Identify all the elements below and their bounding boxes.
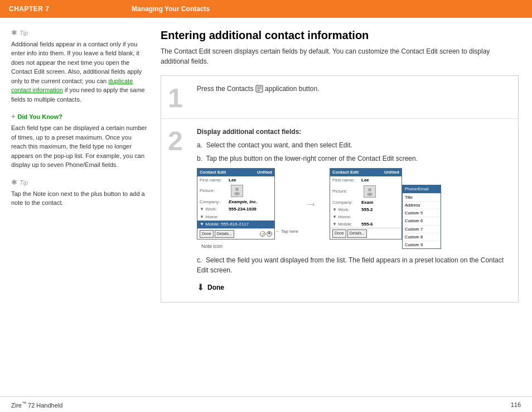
didyouknow-heading: Did You Know? (18, 113, 62, 122)
step-2-label: Display additional contact fields: (197, 127, 511, 137)
plus-btn[interactable]: + (267, 231, 272, 237)
screen-2-status: Unfiled (384, 169, 399, 176)
screen-2: Contact Edit Unfiled First name: Lee Pic… (330, 168, 402, 239)
popup-item-address[interactable]: Address (403, 202, 441, 209)
screen-2-company: Company: Exam (330, 199, 402, 206)
details-btn-1[interactable]: Details... (215, 230, 234, 238)
footer-page: 116 (511, 401, 521, 408)
person-icon (233, 186, 241, 195)
header-title: Managing Your Contacts (132, 5, 210, 13)
asterisk-icon-2: ✱ (11, 179, 17, 186)
popup-item-custom6[interactable]: Custom 6 (403, 217, 441, 225)
firstname-label: First name: (200, 177, 229, 183)
tip-heading-2: Tip (20, 179, 28, 188)
didyouknow-label-row: + Did You Know? (11, 113, 147, 122)
section-title: Entering additional contact information (161, 29, 519, 42)
popup-item-phoneemail[interactable]: Phone/Email (403, 185, 441, 193)
screen-1-titlebar: Contact Edit Unfiled (197, 169, 274, 176)
step-1: 1 Press the Contacts application button. (161, 76, 518, 119)
screen-2-mobile: ▼ Mobile: 555-6 (330, 221, 402, 228)
note-icon-area: Note icon (201, 241, 511, 251)
page-header: CHAPTER 7 Managing Your Contacts (0, 0, 532, 18)
s2-work-value: 555-2 (361, 207, 373, 213)
arrow: → (303, 195, 320, 213)
tip-heading-1: Tip (20, 29, 28, 38)
step-2c: c. Select the field you want displayed f… (197, 255, 511, 275)
popup-item-custom5[interactable]: Custom 5 (403, 209, 441, 217)
duplicate-link[interactable]: duplicate contact information (11, 78, 133, 94)
main-content: Entering additional contact information … (156, 29, 532, 396)
done-btn-2[interactable]: Done (332, 229, 346, 238)
s2-company-value: Exam (361, 199, 373, 205)
step-number-1: 1 (161, 76, 195, 118)
step-2-content: Display additional contact fields: a. Se… (195, 119, 518, 302)
company-value: Example, Inc. (229, 199, 257, 205)
details-btn-2[interactable]: Details... (347, 229, 367, 238)
done-btn-1[interactable]: Done (200, 230, 214, 238)
screen-2-footer: Done Details... (330, 228, 402, 239)
screen-2-firstname: First name: Lee (330, 176, 402, 184)
page-footer: Zire™ 72 Handheld 116 (0, 396, 532, 412)
s2-firstname-value: Lee (361, 177, 369, 183)
sidebar-didyouknow: + Did You Know? Each field type can be d… (11, 113, 147, 169)
screen-1-icons: 📝 + (260, 231, 272, 237)
screen-1-footer: Done Details... 📝 + (197, 228, 274, 239)
step-2b: b. Tap the plus button on the lower-righ… (197, 154, 511, 164)
note-icon-annotation: Note icon (201, 243, 223, 249)
screen-1-work: ▼ Work: 555-234-1939 (197, 205, 274, 213)
s2-work-label: ▼ Work: (332, 207, 361, 213)
right-arrow-icon: → (305, 195, 317, 213)
content-area: ✱ Tip Additional fields appear in a cont… (0, 18, 532, 396)
svg-point-7 (367, 193, 373, 196)
step-number-2: 2 (161, 119, 195, 302)
work-value: 555-234-1939 (229, 206, 257, 212)
screen-2-titlebar: Contact Edit Unfiled (330, 169, 402, 176)
tip-text-1: Additional fields appear in a contact on… (11, 40, 147, 104)
step-2a: a. Select the contact you want, and then… (197, 140, 511, 150)
chapter-label: CHAPTER 7 (9, 5, 132, 13)
svg-point-5 (234, 192, 240, 195)
s2-mobile-value: 555-6 (361, 221, 373, 227)
svg-point-4 (235, 188, 239, 191)
company-label: Company: (200, 199, 229, 205)
avatar-2 (364, 185, 376, 198)
popup-item-title[interactable]: Title (403, 194, 441, 202)
note-icon[interactable]: 📝 (260, 231, 265, 237)
steps-container: 1 Press the Contacts application button. (161, 75, 519, 303)
plus-icon: + (11, 113, 16, 120)
s2-firstname-label: First name: (332, 177, 361, 183)
screen-2-work: ▼ Work: 555-2 (330, 206, 402, 213)
sidebar-tip-2: ✱ Tip Tap the Note icon next to the plus… (11, 179, 147, 208)
svg-point-6 (368, 188, 371, 191)
popup-item-custom7[interactable]: Custom 7 (403, 226, 441, 233)
home-label: ▼ Home: (200, 214, 229, 220)
avatar-1 (231, 185, 243, 197)
footer-brand: Zire™ 72 Handheld (11, 401, 62, 409)
popup-menu: Phone/Email Title Address Custom 5 Custo… (402, 185, 441, 249)
contacts-icon (255, 85, 263, 93)
screen-2-title: Contact Edit (332, 169, 359, 176)
work-label: ▼ Work: (200, 206, 229, 212)
tap-here-label: ← Tap here (275, 228, 298, 235)
popup-item-custom8[interactable]: Custom 8 (403, 233, 441, 241)
s2-home-label: ▼ Home: (332, 214, 361, 220)
section-intro: The Contact Edit screen displays certain… (161, 46, 519, 66)
firstname-value: Lee (229, 177, 236, 183)
screen-1-mobile: ▼ Mobile: 555-616-2117 (197, 221, 274, 228)
popup-item-custom9[interactable]: Custom 9 (403, 241, 441, 248)
screen-1: Contact Edit Unfiled First name: Lee Pic… (197, 168, 275, 239)
person-icon-2 (365, 187, 374, 196)
screen-2-home: ▼ Home: (330, 213, 402, 221)
tip-label-1: ✱ Tip (11, 29, 147, 38)
sidebar: ✱ Tip Additional fields appear in a cont… (0, 29, 156, 396)
done-row: ⬇ Done (197, 281, 511, 294)
screen-1-title: Contact Edit (200, 169, 226, 176)
tip-text-2: Tap the Note icon next to the plus butto… (11, 189, 147, 208)
screen-1-home: ▼ Home: (197, 213, 274, 221)
didyouknow-text: Each field type can be displayed a certa… (11, 123, 147, 170)
tip-label-2: ✱ Tip (11, 179, 147, 188)
step-1-content: Press the Contacts application button. (195, 76, 518, 118)
asterisk-icon: ✱ (11, 29, 17, 36)
s2-company-label: Company: (332, 199, 361, 205)
step-2: 2 Display additional contact fields: a. … (161, 119, 518, 302)
